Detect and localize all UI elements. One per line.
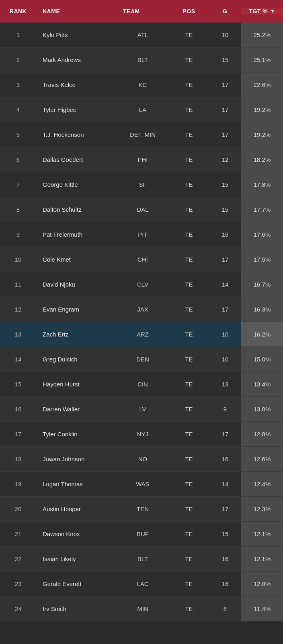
table-row[interactable]: 3 Travis Kelce KC TE 17 22.6% [0, 72, 283, 97]
name-cell: George Kittle [36, 181, 117, 188]
g-cell: 15 [209, 181, 241, 188]
rank-cell: 11 [0, 281, 36, 288]
team-cell: CLV [117, 281, 169, 288]
rank-cell: 3 [0, 81, 36, 88]
table-row[interactable]: 2 Mark Andrews BLT TE 15 25.1% [0, 47, 283, 72]
table-row[interactable]: 16 Darren Waller LV TE 9 13.0% [0, 397, 283, 422]
rank-cell: 5 [0, 131, 36, 138]
table-row[interactable]: 5 T.J. Hockenson DET, MIN TE 17 19.2% [0, 122, 283, 147]
g-cell: 9 [209, 406, 241, 413]
table-row[interactable]: 21 Dawson Knox BUF TE 15 12.1% [0, 522, 283, 547]
table-row[interactable]: 10 Cole Kmet CHI TE 17 17.5% [0, 247, 283, 272]
pos-header: POS [169, 8, 209, 14]
name-cell: Greg Dulcich [36, 356, 117, 363]
name-cell: Hayden Hurst [36, 381, 117, 388]
table-row[interactable]: 22 Isaiah Likely BLT TE 16 12.1% [0, 547, 283, 572]
pos-cell: TE [169, 406, 209, 413]
pos-cell: TE [169, 231, 209, 238]
tgt-cell: 12.4% [241, 472, 283, 496]
rank-cell: 23 [0, 580, 36, 587]
pos-cell: TE [169, 206, 209, 213]
g-cell: 17 [209, 106, 241, 113]
g-cell: 15 [209, 206, 241, 213]
g-cell: 15 [209, 530, 241, 537]
team-cell: LA [117, 106, 169, 113]
table-row[interactable]: 20 Austin Hooper TEN TE 17 12.3% [0, 497, 283, 522]
tgt-header[interactable]: TGT % ▼ [241, 8, 283, 14]
table-row[interactable]: 8 Dalton Schultz DAL TE 15 17.7% [0, 197, 283, 222]
rank-cell: 12 [0, 306, 36, 313]
table-row[interactable]: 4 Tyler Higbee LA TE 17 19.2% [0, 97, 283, 122]
rank-cell: 19 [0, 481, 36, 487]
pos-cell: TE [169, 456, 209, 462]
table-row[interactable]: 12 Evan Engram JAX TE 17 16.3% [0, 297, 283, 322]
rank-cell: 24 [0, 605, 36, 612]
name-cell: Evan Engram [36, 306, 117, 313]
table-row[interactable]: 19 Logan Thomas WAS TE 14 12.4% [0, 472, 283, 497]
name-cell: Mark Andrews [36, 56, 117, 63]
tgt-cell: 12.3% [241, 497, 283, 521]
team-cell: CHI [117, 256, 169, 263]
tgt-cell: 16.7% [241, 272, 283, 297]
tgt-cell: 18.2% [241, 147, 283, 172]
name-cell: Dalton Schultz [36, 206, 117, 213]
table-row[interactable]: 24 Irv Smith MIN TE 8 11.4% [0, 597, 283, 621]
table-row[interactable]: 11 David Njoku CLV TE 14 16.7% [0, 272, 283, 297]
team-cell: SF [117, 181, 169, 188]
name-cell: Logan Thomas [36, 481, 117, 487]
g-cell: 17 [209, 256, 241, 263]
name-cell: Travis Kelce [36, 81, 117, 88]
name-cell: Darren Waller [36, 406, 117, 413]
pos-cell: TE [169, 381, 209, 388]
pos-cell: TE [169, 256, 209, 263]
team-cell: KC [117, 81, 169, 88]
pos-cell: TE [169, 56, 209, 63]
g-cell: 10 [209, 331, 241, 338]
name-cell: David Njoku [36, 281, 117, 288]
table-row[interactable]: 7 George Kittle SF TE 15 17.8% [0, 172, 283, 197]
pos-cell: TE [169, 181, 209, 188]
tgt-cell: 25.2% [241, 23, 283, 47]
tgt-cell: 13.4% [241, 372, 283, 396]
table-row[interactable]: 1 Kyle Pitts ATL TE 10 25.2% [0, 23, 283, 47]
table-row[interactable]: 23 Gerald Everett LAC TE 16 12.0% [0, 572, 283, 597]
table-row[interactable]: 15 Hayden Hurst CIN TE 13 13.4% [0, 372, 283, 397]
table-row[interactable]: 13 Zach Ertz ARZ TE 10 16.2% [0, 322, 283, 347]
pos-cell: TE [169, 156, 209, 163]
tgt-cell: 16.3% [241, 297, 283, 322]
pos-cell: TE [169, 356, 209, 363]
g-cell: 16 [209, 231, 241, 238]
table-row[interactable]: 17 Tyler Conklin NYJ TE 17 12.8% [0, 422, 283, 447]
table-row[interactable]: 14 Greg Dulcich DEN TE 10 15.0% [0, 347, 283, 372]
table-header: Rank Name Team POS G TGT % ▼ [0, 0, 283, 23]
rank-cell: 18 [0, 456, 36, 462]
pos-cell: TE [169, 431, 209, 438]
rank-cell: 2 [0, 56, 36, 63]
team-cell: CIN [117, 381, 169, 388]
table-row[interactable]: 6 Dallas Goedert PHI TE 12 18.2% [0, 147, 283, 172]
team-cell: NYJ [117, 431, 169, 438]
team-cell: JAX [117, 306, 169, 313]
g-cell: 14 [209, 481, 241, 487]
team-cell: DET, MIN [117, 131, 169, 138]
team-cell: PIT [117, 231, 169, 238]
table-body: 1 Kyle Pitts ATL TE 10 25.2% 2 Mark Andr… [0, 23, 283, 621]
table-row[interactable]: 9 Pat Freiermuth PIT TE 16 17.6% [0, 222, 283, 247]
rank-header: Rank [0, 8, 36, 14]
team-cell: TEN [117, 506, 169, 512]
table-row[interactable]: 18 Juwan Johnson NO TE 16 12.6% [0, 447, 283, 472]
pos-cell: TE [169, 281, 209, 288]
rank-cell: 10 [0, 256, 36, 263]
team-cell: NO [117, 456, 169, 462]
pos-cell: TE [169, 331, 209, 338]
name-cell: Isaiah Likely [36, 555, 117, 562]
tgt-cell: 17.7% [241, 197, 283, 222]
name-cell: Gerald Everett [36, 580, 117, 587]
tgt-cell: 12.0% [241, 572, 283, 596]
g-cell: 14 [209, 281, 241, 288]
g-cell: 17 [209, 306, 241, 313]
rank-cell: 9 [0, 231, 36, 238]
tgt-cell: 22.6% [241, 72, 283, 97]
g-cell: 8 [209, 605, 241, 612]
tgt-cell: 16.2% [241, 322, 283, 347]
